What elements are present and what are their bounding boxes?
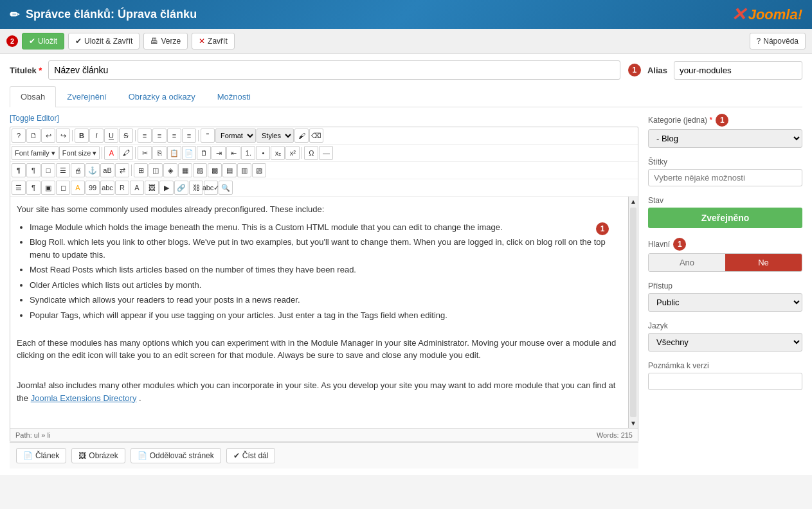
editor-scrollbar[interactable]: ▲ ▼ <box>628 197 638 428</box>
editor-strike-btn[interactable]: S <box>119 129 133 143</box>
editor-layer2-btn[interactable]: ◈ <box>163 163 177 177</box>
editor-pilcrow2-btn[interactable]: ¶ <box>26 163 41 177</box>
title-input[interactable] <box>48 60 620 80</box>
tags-input[interactable] <box>648 169 802 186</box>
format-select[interactable]: Format <box>215 129 256 143</box>
editor-blockquote-btn[interactable]: " <box>201 129 215 143</box>
editor-frame2-btn[interactable]: ◻ <box>56 181 70 195</box>
editor-layer8-btn[interactable]: ▧ <box>252 163 266 177</box>
save-close-button[interactable]: ✔ Uložit & Zavřít <box>68 33 140 49</box>
editor-pilcrow-btn[interactable]: ¶ <box>12 163 26 177</box>
editor-italic-btn[interactable]: I <box>89 129 104 143</box>
editor-bgcolor-btn[interactable]: 🖍 <box>119 146 133 160</box>
tab-obrazky[interactable]: Obrázky a odkazy <box>118 86 206 107</box>
featured-no-btn[interactable]: Ne <box>725 254 802 271</box>
editor-cut-btn[interactable]: ✂ <box>138 146 152 160</box>
editor-align-justify-btn[interactable]: ≡ <box>182 129 196 143</box>
editor-sub-btn[interactable]: x₂ <box>271 146 285 160</box>
save-button[interactable]: ✔ Uložit <box>22 33 64 49</box>
editor-layer7-btn[interactable]: ▥ <box>237 163 251 177</box>
editor-undo-btn[interactable]: ↩ <box>41 129 55 143</box>
editor-help-btn[interactable]: ? <box>12 129 26 143</box>
editor-unlink-btn[interactable]: ⛓ <box>189 181 203 195</box>
editor-special-btn[interactable]: Ω <box>304 146 318 160</box>
tab-obsah[interactable]: Obsah <box>10 86 56 107</box>
editor-redo-btn[interactable]: ↪ <box>56 129 70 143</box>
editor-content[interactable]: Your site has some commonly used modules… <box>10 197 628 428</box>
editor-ul-btn[interactable]: • <box>256 146 270 160</box>
styles-select[interactable]: Styles <box>257 129 294 143</box>
tab-moznosti[interactable]: Možnosti <box>206 86 262 107</box>
editor-vis2-btn[interactable]: ¶ <box>26 181 41 195</box>
editor-layer6-btn[interactable]: ▤ <box>222 163 237 177</box>
editor-brush-btn[interactable]: 🖌 <box>294 129 309 143</box>
editor-new-btn[interactable]: 🗋 <box>26 129 41 143</box>
editor-align-center-btn[interactable]: ≡ <box>152 129 167 143</box>
scroll-down-btn[interactable]: ▼ <box>629 418 638 428</box>
editor-layer3-btn[interactable]: ▦ <box>178 163 192 177</box>
featured-yes-btn[interactable]: Ano <box>649 254 725 271</box>
editor-img-btn[interactable]: 🖼 <box>145 181 159 195</box>
editor-paste3-btn[interactable]: 🗒 <box>197 146 211 160</box>
editor-spellcheck-btn[interactable]: abc✓ <box>204 181 218 195</box>
editor-sup-btn[interactable]: x² <box>285 146 300 160</box>
editor-anchor-btn[interactable]: ⚓ <box>86 163 100 177</box>
editor-num-btn[interactable]: 99 <box>86 181 100 195</box>
editor-abc-btn[interactable]: abc <box>100 181 114 195</box>
pagebreak-btn[interactable]: 📄 Oddělovač stránek <box>131 448 221 463</box>
joomla-ext-link[interactable]: Joomla Extensions Directory <box>31 393 137 403</box>
font-size-btn[interactable]: Font size ▾ <box>59 146 100 160</box>
editor-toolbar-row1: ? 🗋 ↩ ↪ B I U S ≡ ≡ ≡ ≡ " <box>10 127 638 145</box>
toggle-editor[interactable]: [Toggle Editor] <box>10 114 638 123</box>
editor-indent-btn[interactable]: ⇥ <box>212 146 226 160</box>
editor-dir-btn[interactable]: ⇄ <box>115 163 129 177</box>
close-button[interactable]: ✕ Zavřít <box>192 33 235 49</box>
editor-search-btn[interactable]: 🔍 <box>219 181 233 195</box>
editor-layer4-btn[interactable]: ▨ <box>193 163 207 177</box>
editor-content-area: Your site has some commonly used modules… <box>10 197 638 428</box>
editor-layer5-btn[interactable]: ▩ <box>208 163 222 177</box>
image-btn[interactable]: 🖼 Obrázek <box>71 448 125 463</box>
help-button[interactable]: ? Nápověda <box>750 33 806 49</box>
scroll-thumb[interactable] <box>630 208 636 417</box>
editor-layer-btn[interactable]: ◫ <box>149 163 163 177</box>
tab-zverejneni[interactable]: Zveřejnění <box>56 86 117 107</box>
editor-table-btn[interactable]: ⊞ <box>134 163 148 177</box>
editor-align-left-btn[interactable]: ≡ <box>138 129 152 143</box>
editor-ltr-btn[interactable]: A <box>130 181 144 195</box>
editor-spell-btn[interactable]: aB <box>100 163 114 177</box>
editor-color-btn[interactable]: A <box>71 181 85 195</box>
editor-link-btn[interactable]: 🔗 <box>174 181 188 195</box>
editor-align-right-btn[interactable]: ≡ <box>167 129 181 143</box>
editor-underline-btn[interactable]: U <box>104 129 118 143</box>
status-button[interactable]: Zveřejněno <box>648 208 802 228</box>
editor-vis-btn[interactable]: ☰ <box>12 181 26 195</box>
language-select[interactable]: Všechny <box>648 333 802 352</box>
content-layout: [Toggle Editor] ? 🗋 ↩ ↪ B I U S ≡ ≡ ≡ <box>10 114 802 469</box>
editor-bold-btn[interactable]: B <box>75 129 89 143</box>
editor-copy-btn[interactable]: ⎘ <box>152 146 167 160</box>
editor-box2-btn[interactable]: ☰ <box>56 163 70 177</box>
editor-hr-btn[interactable]: — <box>319 146 333 160</box>
readmore-btn[interactable]: ✔ Číst dál <box>226 448 276 463</box>
font-family-btn[interactable]: Font family ▾ <box>12 146 59 160</box>
editor-fontcolor-btn[interactable]: A <box>104 146 118 160</box>
editor-rtl-btn[interactable]: R <box>115 181 129 195</box>
note-input[interactable] <box>648 373 802 390</box>
editor-ol-btn[interactable]: 1. <box>241 146 255 160</box>
article-btn[interactable]: 📄 Článek <box>16 448 66 463</box>
list-item: Syndicate which allows your readers to r… <box>30 294 622 307</box>
access-select[interactable]: Public <box>648 293 802 312</box>
category-select[interactable]: - Blog <box>648 129 802 148</box>
editor-media-btn[interactable]: ▶ <box>159 181 174 195</box>
editor-paste2-btn[interactable]: 📄 <box>182 146 196 160</box>
editor-outdent-btn[interactable]: ⇤ <box>226 146 240 160</box>
editor-paste-btn[interactable]: 📋 <box>167 146 181 160</box>
editor-eraser-btn[interactable]: ⌫ <box>309 129 323 143</box>
scroll-up-btn[interactable]: ▲ <box>629 197 638 206</box>
editor-box-btn[interactable]: □ <box>41 163 55 177</box>
alias-input[interactable] <box>674 61 802 80</box>
editor-print-btn[interactable]: 🖨 <box>71 163 85 177</box>
versions-button[interactable]: 🖶 Verze <box>143 33 188 49</box>
editor-frame-btn[interactable]: ▣ <box>41 181 55 195</box>
